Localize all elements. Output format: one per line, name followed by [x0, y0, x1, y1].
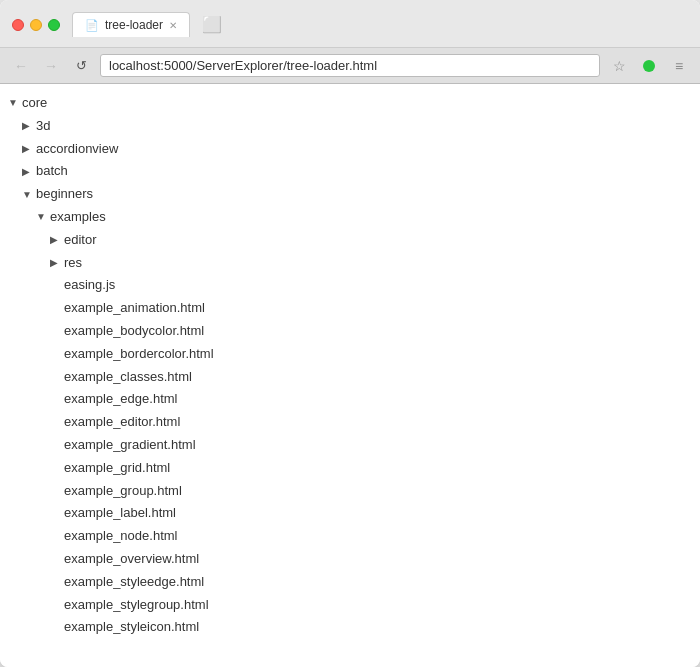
tree-item[interactable]: beginners	[0, 183, 700, 206]
tree-item-label: batch	[36, 161, 68, 182]
tree-item-label: beginners	[36, 184, 93, 205]
forward-button[interactable]: →	[40, 55, 62, 77]
tree-item[interactable]: accordionview	[0, 138, 700, 161]
tree-item[interactable]: example_grid.html	[0, 457, 700, 480]
minimize-button[interactable]	[30, 19, 42, 31]
tree-arrow	[22, 118, 36, 134]
tab-close-button[interactable]: ✕	[169, 20, 177, 31]
tree-item-label: example_label.html	[64, 503, 176, 524]
tree-item[interactable]: batch	[0, 160, 700, 183]
tree-item-label: example_overview.html	[64, 549, 199, 570]
tree-item[interactable]: example_overview.html	[0, 548, 700, 571]
tree-item-label: example_classes.html	[64, 367, 192, 388]
tree-item-label: easing.js	[64, 275, 115, 296]
tree-item[interactable]: example_label.html	[0, 502, 700, 525]
tab-bar: 📄 tree-loader ✕ ⬜	[72, 10, 230, 39]
tree-item[interactable]: example_styleedge.html	[0, 571, 700, 594]
tree-item[interactable]: example_node.html	[0, 525, 700, 548]
tree-arrow	[22, 187, 36, 203]
traffic-lights	[12, 19, 60, 31]
tree-item[interactable]: core	[0, 92, 700, 115]
tree-arrow	[50, 232, 64, 248]
tree-item[interactable]: example_edge.html	[0, 388, 700, 411]
address-bar: ← → ↺ ☆ ≡	[0, 48, 700, 84]
new-tab-button[interactable]: ⬜	[194, 10, 230, 39]
tree-item[interactable]: res	[0, 252, 700, 275]
tree-item[interactable]: example_editor.html	[0, 411, 700, 434]
tree-item-label: example_styleedge.html	[64, 572, 204, 593]
close-button[interactable]	[12, 19, 24, 31]
tree-item[interactable]: example_bodycolor.html	[0, 320, 700, 343]
tree-item-label: example_bordercolor.html	[64, 344, 214, 365]
tree-item-label: core	[22, 93, 47, 114]
tab-title: tree-loader	[105, 18, 163, 32]
file-tree: core3daccordionviewbatchbeginnersexample…	[0, 92, 700, 639]
tree-item[interactable]: example_group.html	[0, 480, 700, 503]
tree-item-label: example_bodycolor.html	[64, 321, 204, 342]
active-tab[interactable]: 📄 tree-loader ✕	[72, 12, 190, 37]
tree-item[interactable]: editor	[0, 229, 700, 252]
tree-item-label: example_edge.html	[64, 389, 177, 410]
back-button[interactable]: ←	[10, 55, 32, 77]
tree-item-label: example_animation.html	[64, 298, 205, 319]
tree-item[interactable]: 3d	[0, 115, 700, 138]
tree-item-label: accordionview	[36, 139, 118, 160]
address-input[interactable]	[100, 54, 600, 77]
content-area: core3daccordionviewbatchbeginnersexample…	[0, 84, 700, 667]
tree-item[interactable]: example_gradient.html	[0, 434, 700, 457]
tree-arrow	[8, 95, 22, 111]
tree-item[interactable]: easing.js	[0, 274, 700, 297]
extension-dot	[638, 55, 660, 77]
tree-item-label: editor	[64, 230, 97, 251]
tree-item-label: examples	[50, 207, 106, 228]
tree-item[interactable]: example_styleicon.html	[0, 616, 700, 639]
tree-arrow	[22, 141, 36, 157]
tree-arrow	[36, 209, 50, 225]
reload-button[interactable]: ↺	[70, 55, 92, 77]
maximize-button[interactable]	[48, 19, 60, 31]
tree-item-label: example_grid.html	[64, 458, 170, 479]
tree-item-label: example_gradient.html	[64, 435, 196, 456]
tree-item-label: res	[64, 253, 82, 274]
title-bar: 📄 tree-loader ✕ ⬜	[0, 0, 700, 48]
menu-button[interactable]: ≡	[668, 55, 690, 77]
tree-item[interactable]: example_stylegroup.html	[0, 594, 700, 617]
tree-item-label: 3d	[36, 116, 50, 137]
tree-item-label: example_editor.html	[64, 412, 180, 433]
tree-item[interactable]: examples	[0, 206, 700, 229]
tree-item-label: example_styleicon.html	[64, 617, 199, 638]
tree-item[interactable]: example_animation.html	[0, 297, 700, 320]
tree-item[interactable]: example_classes.html	[0, 366, 700, 389]
tree-item-label: example_stylegroup.html	[64, 595, 209, 616]
tab-icon: 📄	[85, 19, 99, 32]
bookmark-button[interactable]: ☆	[608, 55, 630, 77]
tree-arrow	[50, 255, 64, 271]
tree-item[interactable]: example_bordercolor.html	[0, 343, 700, 366]
browser-window: 📄 tree-loader ✕ ⬜ ← → ↺ ☆ ≡ core3daccord…	[0, 0, 700, 667]
tree-arrow	[22, 164, 36, 180]
tree-item-label: example_group.html	[64, 481, 182, 502]
tree-item-label: example_node.html	[64, 526, 177, 547]
